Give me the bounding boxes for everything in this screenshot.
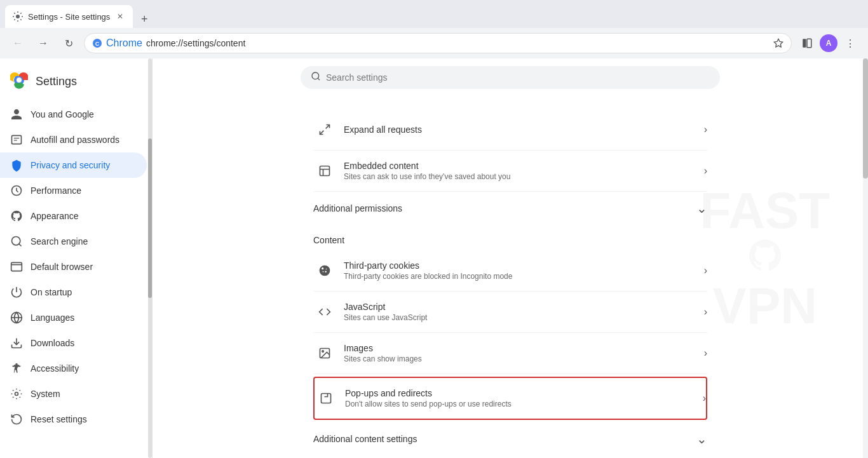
- images-subtitle: Sites can show images: [344, 354, 704, 363]
- third-party-cookies-subtitle: Third-party cookies are blocked in Incog…: [344, 272, 704, 281]
- shield-icon: [10, 159, 23, 172]
- expand-icon: [313, 118, 336, 141]
- svg-rect-9: [12, 135, 22, 144]
- sidebar-label-you-and-google: You and Google: [31, 109, 94, 119]
- main-scrollbar[interactable]: [863, 58, 868, 458]
- main-scroll-thumb[interactable]: [863, 58, 868, 178]
- sidebar-scroll-thumb[interactable]: [148, 138, 152, 299]
- svg-point-27: [320, 266, 330, 276]
- svg-line-23: [318, 78, 320, 80]
- sidebar-label-accessibility: Accessibility: [31, 363, 79, 374]
- sidebar-item-search-engine[interactable]: Search engine: [0, 229, 147, 254]
- star-icon[interactable]: [773, 38, 783, 48]
- main-content: FAST VPN Expand all requests: [153, 58, 868, 458]
- expand-all-requests-item[interactable]: Expand all requests ›: [313, 109, 707, 151]
- sidebar-item-privacy[interactable]: Privacy and security: [0, 152, 147, 178]
- svg-rect-34: [322, 394, 331, 403]
- badge-icon: [10, 133, 23, 146]
- address-brand: Chrome: [106, 37, 142, 49]
- sidebar-label-search-engine: Search engine: [31, 236, 88, 246]
- sidebar-item-you-and-google[interactable]: You and Google: [0, 102, 147, 127]
- additional-permissions-label: Additional permissions: [313, 203, 402, 213]
- sidebar-label-downloads: Downloads: [31, 338, 74, 348]
- embedded-icon: [313, 159, 336, 182]
- third-party-cookies-arrow: ›: [704, 265, 707, 276]
- search-input[interactable]: [326, 72, 710, 83]
- third-party-cookies-text: Third-party cookies Third-party cookies …: [344, 260, 704, 281]
- svg-text:C: C: [95, 41, 100, 47]
- additional-permissions-row[interactable]: Additional permissions ⌄: [313, 192, 707, 225]
- person-icon: [10, 108, 23, 121]
- sidebar-item-system[interactable]: System: [0, 381, 147, 407]
- sidebar-label-appearance: Appearance: [31, 211, 79, 221]
- code-icon: [313, 300, 336, 323]
- sidebar-item-downloads[interactable]: Downloads: [0, 330, 147, 356]
- svg-line-14: [19, 244, 22, 246]
- expand-all-title: Expand all requests: [344, 125, 704, 135]
- toolbar-right: A ⋮: [797, 33, 860, 53]
- svg-point-21: [15, 393, 18, 396]
- sidebar-item-autofill[interactable]: Autofill and passwords: [0, 127, 147, 152]
- third-party-cookies-item[interactable]: Third-party cookies Third-party cookies …: [313, 250, 707, 292]
- sidebar-item-languages[interactable]: Languages: [0, 305, 147, 330]
- svg-point-22: [312, 72, 319, 79]
- sidebar-item-accessibility[interactable]: Accessibility: [0, 356, 147, 381]
- popups-subtitle: Don't allow sites to send pop-ups or use…: [345, 400, 703, 408]
- search-bar: [301, 66, 720, 89]
- additional-content-label: Additional content settings: [313, 434, 417, 444]
- svg-point-29: [325, 271, 327, 273]
- sidebar-label-on-startup: On startup: [31, 287, 72, 297]
- tab-favicon: [13, 11, 23, 22]
- system-icon: [10, 387, 23, 400]
- menu-button[interactable]: ⋮: [840, 33, 860, 53]
- additional-content-settings-row[interactable]: Additional content settings ⌄: [313, 422, 707, 455]
- sidebar-item-performance[interactable]: Performance: [0, 178, 147, 203]
- svg-rect-5: [807, 39, 811, 48]
- svg-point-8: [17, 77, 22, 83]
- svg-point-33: [322, 351, 324, 353]
- embedded-content-arrow: ›: [704, 165, 707, 177]
- svg-rect-4: [803, 39, 806, 48]
- popups-arrow: ›: [703, 393, 706, 404]
- sidebar: Settings You and Google Autofill and pas…: [0, 58, 153, 458]
- tab-title: Settings - Site settings: [28, 12, 110, 22]
- additional-content-expand: ⌄: [696, 431, 707, 447]
- search-icon: [311, 71, 321, 84]
- svg-point-13: [12, 237, 20, 245]
- profile-button[interactable]: A: [820, 34, 837, 52]
- sidebar-label-performance: Performance: [31, 185, 81, 196]
- tab-close-button[interactable]: ✕: [115, 11, 125, 22]
- sidebar-toggle-button[interactable]: [797, 33, 817, 53]
- javascript-item[interactable]: JavaScript Sites can use JavaScript ›: [313, 292, 707, 333]
- expand-all-arrow: ›: [704, 124, 707, 135]
- embedded-content-item[interactable]: Embedded content Sites can ask to use in…: [313, 151, 707, 192]
- images-arrow: ›: [704, 347, 707, 359]
- sidebar-scrollbar[interactable]: [148, 58, 152, 458]
- new-tab-button[interactable]: +: [135, 10, 153, 28]
- palette-icon: [10, 210, 23, 222]
- active-tab[interactable]: Settings - Site settings ✕: [5, 5, 133, 28]
- sidebar-item-on-startup[interactable]: On startup: [0, 280, 147, 305]
- sidebar-label-system: System: [31, 389, 60, 399]
- images-item[interactable]: Images Sites can show images ›: [313, 333, 707, 374]
- content-section-header: Content: [313, 225, 707, 250]
- address-url: chrome://settings/content: [146, 38, 770, 48]
- reload-button[interactable]: ↻: [58, 33, 79, 53]
- address-bar[interactable]: C Chrome chrome://settings/content: [84, 33, 792, 53]
- globe-icon: [10, 311, 23, 324]
- sidebar-item-appearance[interactable]: Appearance: [0, 203, 147, 229]
- svg-rect-26: [320, 166, 330, 176]
- javascript-arrow: ›: [704, 306, 707, 318]
- svg-line-24: [326, 125, 330, 129]
- popups-highlight-box: Pop-ups and redirects Don't allow sites …: [313, 377, 707, 420]
- sidebar-label-reset-settings: Reset settings: [31, 414, 87, 424]
- sidebar-item-default-browser[interactable]: Default browser: [0, 254, 147, 280]
- back-button[interactable]: ←: [8, 33, 28, 53]
- embedded-content-subtitle: Sites can ask to use info they've saved …: [344, 172, 704, 181]
- popups-item[interactable]: Pop-ups and redirects Don't allow sites …: [315, 378, 706, 419]
- svg-rect-15: [11, 262, 22, 271]
- forward-button[interactable]: →: [33, 33, 53, 53]
- sidebar-item-reset-settings[interactable]: Reset settings: [0, 407, 147, 432]
- sidebar-label-privacy: Privacy and security: [31, 160, 110, 170]
- reset-icon: [10, 413, 23, 426]
